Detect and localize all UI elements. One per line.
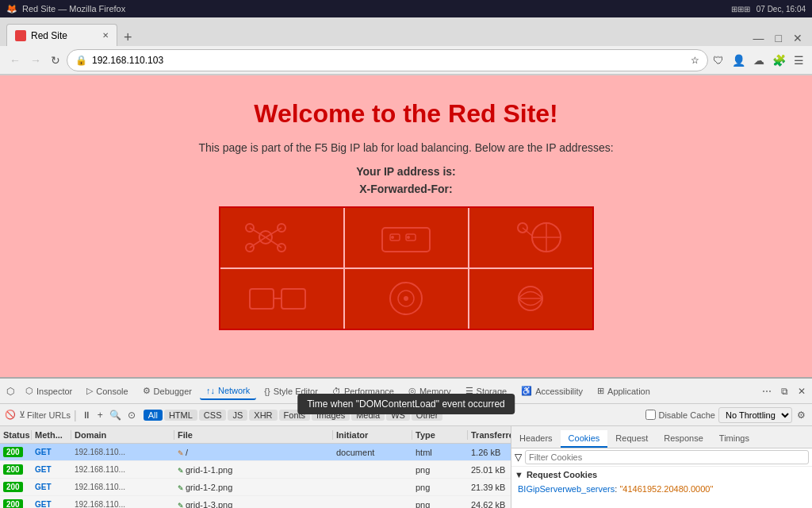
- col-file: File: [174, 430, 333, 440]
- cell-transferred: 24.62 kB: [468, 500, 511, 509]
- browser-tab[interactable]: Red Site ✕: [6, 24, 117, 46]
- cookie-filter-input[interactable]: [525, 450, 809, 464]
- tab-inspector[interactable]: ⬡ Inspector: [19, 383, 79, 399]
- filter-xhr[interactable]: XHR: [249, 410, 277, 421]
- svg-point-24: [404, 296, 408, 301]
- pause-button[interactable]: ⏸: [80, 410, 93, 421]
- cell-domain: 192.168.110...: [71, 500, 174, 508]
- os-titlebar: 🦊 Red Site — Mozilla Firefox ⊞⊞⊞ 07 Dec,…: [0, 0, 812, 17]
- tab-network[interactable]: ↑↓ Network: [200, 383, 256, 400]
- svg-line-5: [250, 228, 266, 237]
- cookie-item: BIGipServerweb_servers: "41461952.20480.…: [515, 483, 809, 495]
- cell-initiator: document: [333, 448, 412, 457]
- browser-chrome: Red Site ✕ + — □ ✕ ← → ↻ 🔒 ☆ 🛡 👤 ☁ 🧩 ☰: [0, 17, 812, 75]
- table-body: 200 GET 192.168.110... ✎/ document html …: [0, 444, 511, 508]
- cookie-value: "41461952.20480.0000": [619, 484, 713, 494]
- filter-html[interactable]: HTML: [164, 410, 197, 421]
- tab-accessibility[interactable]: ♿ Accessibility: [515, 383, 589, 399]
- new-tab-button[interactable]: +: [117, 29, 139, 46]
- right-tab-request[interactable]: Request: [607, 430, 656, 448]
- cell-status: 200: [0, 447, 32, 457]
- menu-button[interactable]: ☰: [792, 52, 806, 68]
- right-tab-response[interactable]: Response: [656, 430, 711, 448]
- profile-button[interactable]: 👤: [730, 52, 747, 68]
- cookie-section: ▼ Request Cookies BIGipServerweb_servers…: [511, 467, 812, 498]
- pocket-button[interactable]: 🛡: [711, 52, 726, 68]
- style-editor-icon: {}: [264, 387, 270, 396]
- right-tab-headers[interactable]: Headers: [511, 430, 561, 448]
- cell-transferred: 21.39 kB: [468, 483, 511, 492]
- search-button[interactable]: 🔍: [108, 410, 123, 421]
- maximize-button[interactable]: □: [772, 30, 785, 46]
- grid-cell-4: [220, 269, 343, 329]
- tab-debugger[interactable]: ⚙ Debugger: [136, 383, 198, 399]
- cell-method: GET: [32, 483, 71, 491]
- cell-domain: 192.168.110...: [71, 448, 174, 456]
- svg-point-12: [391, 236, 394, 239]
- clear-log-button[interactable]: +: [96, 410, 105, 421]
- filter-button[interactable]: ⊻ Filter URLs: [19, 410, 71, 420]
- devtools-inspect-button[interactable]: ⬡: [3, 384, 17, 398]
- table-row[interactable]: 200 GET 192.168.110... ✎grid-1-1.png png…: [0, 461, 511, 479]
- reload-button[interactable]: ↻: [48, 52, 63, 68]
- tab-console[interactable]: ▷ Console: [80, 383, 134, 399]
- status-badge: 200: [3, 447, 23, 457]
- bookmark-icon[interactable]: ☆: [691, 55, 699, 66]
- filter-all[interactable]: All: [144, 410, 163, 421]
- table-row[interactable]: 200 GET 192.168.110... ✎grid-1-3.png png…: [0, 496, 511, 508]
- grid-cell-2: [345, 208, 468, 267]
- close-window-button[interactable]: ✕: [790, 30, 806, 46]
- cell-type: png: [412, 465, 468, 475]
- clear-button[interactable]: 🚫: [5, 410, 16, 420]
- tooltip: Time when "DOMContentLoad" event occurre…: [297, 394, 515, 414]
- accessibility-label: Accessibility: [535, 387, 583, 396]
- table-header: Status Meth... Domain File Initiator Typ…: [0, 426, 511, 444]
- tooltip-text: Time when "DOMContentLoad" event occurre…: [307, 398, 505, 410]
- address-bar: 🔒 ☆: [67, 49, 708, 71]
- sync-button[interactable]: ☁: [752, 52, 766, 68]
- table-row[interactable]: 200 GET 192.168.110... ✎/ document html …: [0, 444, 511, 461]
- devtools-close-button[interactable]: ✕: [795, 384, 809, 398]
- devtools-panels: Status Meth... Domain File Initiator Typ…: [0, 426, 812, 508]
- filter-css[interactable]: CSS: [199, 410, 227, 421]
- disable-cache-label: Disable Cache: [645, 410, 715, 420]
- tab-application[interactable]: ⊞ Application: [591, 383, 657, 399]
- svg-rect-19: [250, 289, 274, 309]
- table-row[interactable]: 200 GET 192.168.110... ✎grid-1-2.png png…: [0, 479, 511, 496]
- os-titlebar-icons: ⊞⊞⊞ 07 Dec, 16:04: [731, 5, 806, 13]
- throttle-settings-button[interactable]: ⚙: [795, 410, 807, 421]
- minimize-button[interactable]: —: [750, 30, 768, 46]
- devtools-clone-button[interactable]: ⧉: [778, 384, 791, 398]
- col-status: Status: [0, 430, 32, 440]
- grid-cell-6: [469, 269, 592, 329]
- status-badge: 200: [3, 464, 23, 475]
- cell-type: png: [412, 500, 468, 509]
- import-button[interactable]: ⊙: [126, 410, 137, 421]
- forward-button[interactable]: →: [27, 52, 44, 68]
- extensions-button[interactable]: 🧩: [771, 52, 787, 68]
- cell-method: GET: [32, 465, 71, 474]
- right-tab-cookies[interactable]: Cookies: [561, 430, 608, 448]
- image-grid: [219, 206, 594, 330]
- svg-point-13: [407, 236, 410, 239]
- back-button[interactable]: ←: [6, 52, 24, 68]
- security-icon: 🔒: [75, 55, 87, 66]
- right-tab-timings[interactable]: Timings: [711, 430, 757, 448]
- cell-file: ✎grid-1-2.png: [174, 483, 333, 492]
- page-ip: Your IP address is:: [356, 165, 456, 178]
- cell-type: png: [412, 483, 468, 492]
- grid-cell-3: [469, 208, 592, 267]
- throttle-select[interactable]: No Throttling: [718, 407, 792, 423]
- png-icon: ✎: [178, 484, 184, 492]
- cell-method: GET: [32, 448, 71, 456]
- url-input[interactable]: [92, 55, 686, 66]
- disable-cache-checkbox[interactable]: [645, 410, 656, 420]
- tab-favicon: [15, 30, 26, 41]
- cell-domain: 192.168.110...: [71, 483, 174, 491]
- tab-close-button[interactable]: ✕: [102, 31, 109, 40]
- network-icon: ⊞⊞⊞: [731, 5, 750, 13]
- svg-line-6: [266, 228, 282, 237]
- filter-js[interactable]: JS: [228, 410, 247, 421]
- console-icon: ▷: [86, 386, 93, 396]
- devtools-overflow-button[interactable]: ⋯: [759, 384, 775, 398]
